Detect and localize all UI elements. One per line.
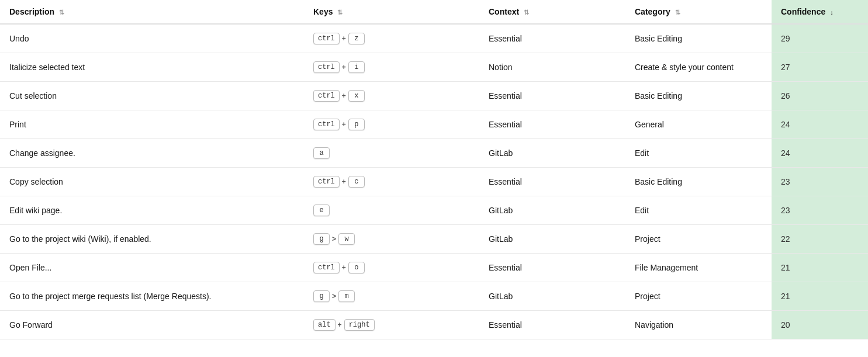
- cell-description: Open File...: [0, 254, 304, 282]
- key-separator: +: [342, 34, 346, 43]
- key-badge: right: [344, 319, 375, 331]
- cell-keys: g>m: [304, 282, 479, 311]
- cell-keys: ctrl+p: [304, 110, 479, 139]
- cell-category: Edit: [625, 196, 772, 225]
- key-badge: o: [348, 262, 365, 273]
- cell-confidence: 21: [772, 282, 868, 311]
- cell-description: Go to the project wiki (Wiki), if enable…: [0, 225, 304, 254]
- cell-confidence: 26: [772, 82, 868, 110]
- cell-description: Change assignee.: [0, 139, 304, 168]
- cell-category: Basic Editing: [625, 168, 772, 196]
- cell-context: Essential: [479, 24, 625, 53]
- table-row: Edit wiki page.eGitLabEdit23: [0, 196, 868, 225]
- cell-category: General: [625, 110, 772, 139]
- cell-description: Cut selection: [0, 82, 304, 110]
- cell-context: Essential: [479, 311, 625, 339]
- key-badge: m: [338, 290, 355, 302]
- key-separator: +: [342, 120, 346, 129]
- key-badge: ctrl: [313, 61, 340, 73]
- cell-description: Print: [0, 110, 304, 139]
- cell-description: Go to the project merge requests list (M…: [0, 282, 304, 311]
- cell-description: Edit wiki page.: [0, 196, 304, 225]
- table-row: Open File...ctrl+oEssentialFile Manageme…: [0, 254, 868, 282]
- table-row: Undoctrl+zEssentialBasic Editing29: [0, 24, 868, 53]
- key-badge: ctrl: [313, 90, 340, 102]
- cell-context: Essential: [479, 254, 625, 282]
- key-badge: p: [348, 119, 365, 130]
- column-header-context[interactable]: Context ⇅: [479, 0, 625, 24]
- cell-confidence: 20: [772, 311, 868, 339]
- sort-icon-context: ⇅: [524, 9, 529, 16]
- key-separator: >: [332, 235, 336, 243]
- sort-icon-category: ⇅: [675, 9, 680, 16]
- key-badge: c: [348, 176, 365, 188]
- cell-context: GitLab: [479, 225, 625, 254]
- key-separator: +: [342, 264, 346, 272]
- cell-context: GitLab: [479, 196, 625, 225]
- key-badge: x: [348, 90, 365, 102]
- table-row: Cut selectionctrl+xEssentialBasic Editin…: [0, 82, 868, 110]
- key-separator: +: [342, 92, 346, 100]
- cell-context: Essential: [479, 82, 625, 110]
- key-badge: ctrl: [313, 33, 340, 44]
- cell-keys: ctrl+x: [304, 82, 479, 110]
- cell-context: Notion: [479, 53, 625, 82]
- cell-category: Basic Editing: [625, 82, 772, 110]
- cell-description: Go Forward: [0, 311, 304, 339]
- cell-confidence: 24: [772, 110, 868, 139]
- cell-confidence: 29: [772, 24, 868, 53]
- key-badge: z: [348, 33, 365, 44]
- cell-description: Undo: [0, 24, 304, 53]
- cell-category: Project: [625, 282, 772, 311]
- cell-context: Essential: [479, 168, 625, 196]
- table-row: Go Forwardalt+rightEssentialNavigation20: [0, 311, 868, 339]
- table-row: Go to the project wiki (Wiki), if enable…: [0, 225, 868, 254]
- column-header-keys[interactable]: Keys ⇅: [304, 0, 479, 24]
- key-separator: +: [342, 178, 346, 186]
- column-header-description[interactable]: Description ⇅: [0, 0, 304, 24]
- key-separator: +: [342, 63, 346, 71]
- cell-confidence: 21: [772, 254, 868, 282]
- cell-confidence: 23: [772, 196, 868, 225]
- cell-context: Essential: [479, 110, 625, 139]
- key-badge: g: [313, 233, 330, 245]
- cell-keys: a: [304, 139, 479, 168]
- cell-description: Italicize selected text: [0, 53, 304, 82]
- sort-icon-confidence: ↓: [830, 9, 834, 16]
- table-row: Printctrl+pEssentialGeneral24: [0, 110, 868, 139]
- key-separator: +: [338, 321, 342, 329]
- cell-context: GitLab: [479, 139, 625, 168]
- sort-icon-keys: ⇅: [337, 9, 343, 16]
- cell-keys: alt+right: [304, 311, 479, 339]
- key-separator: >: [332, 292, 336, 300]
- key-badge: alt: [313, 319, 336, 331]
- cell-description: Copy selection: [0, 168, 304, 196]
- column-header-category[interactable]: Category ⇅: [625, 0, 772, 24]
- cell-category: Create & style your content: [625, 53, 772, 82]
- cell-category: Edit: [625, 139, 772, 168]
- cell-confidence: 27: [772, 53, 868, 82]
- key-badge: i: [348, 61, 365, 73]
- cell-category: Basic Editing: [625, 24, 772, 53]
- cell-category: File Management: [625, 254, 772, 282]
- key-badge: ctrl: [313, 119, 340, 130]
- table-row: Go to the project merge requests list (M…: [0, 282, 868, 311]
- table-row: Italicize selected textctrl+iNotionCreat…: [0, 53, 868, 82]
- table-row: Copy selectionctrl+cEssentialBasic Editi…: [0, 168, 868, 196]
- key-badge: e: [313, 205, 330, 216]
- key-badge: a: [313, 147, 330, 159]
- cell-keys: ctrl+o: [304, 254, 479, 282]
- cell-confidence: 23: [772, 168, 868, 196]
- cell-keys: ctrl+i: [304, 53, 479, 82]
- key-badge: g: [313, 290, 330, 302]
- cell-confidence: 24: [772, 139, 868, 168]
- cell-category: Navigation: [625, 311, 772, 339]
- column-header-confidence[interactable]: Confidence ↓: [772, 0, 868, 24]
- key-badge: ctrl: [313, 262, 340, 273]
- cell-category: Project: [625, 225, 772, 254]
- table-row: Change assignee.aGitLabEdit24: [0, 139, 868, 168]
- key-badge: w: [338, 233, 355, 245]
- cell-keys: g>w: [304, 225, 479, 254]
- cell-keys: ctrl+c: [304, 168, 479, 196]
- cell-keys: ctrl+z: [304, 24, 479, 53]
